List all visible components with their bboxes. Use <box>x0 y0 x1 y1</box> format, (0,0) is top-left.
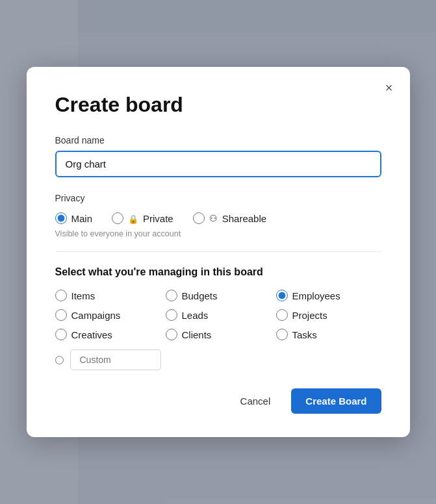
option-clients-label: Clients <box>182 329 212 340</box>
manage-radio-tasks[interactable] <box>276 329 288 340</box>
option-budgets[interactable]: Budgets <box>166 290 271 301</box>
privacy-main-label: Main <box>71 213 93 224</box>
option-budgets-label: Budgets <box>182 290 218 301</box>
manage-radio-projects[interactable] <box>276 309 288 321</box>
manage-radio-creatives[interactable] <box>55 329 67 340</box>
option-projects-label: Projects <box>292 310 327 321</box>
manage-radio-budgets[interactable] <box>166 290 177 301</box>
manage-section-title: Select what you're managing in this boar… <box>55 266 381 278</box>
privacy-radio-main[interactable] <box>55 212 67 224</box>
option-leads[interactable]: Leads <box>166 309 271 321</box>
privacy-hint: Visible to everyone in your account <box>55 229 381 238</box>
privacy-label: Privacy <box>55 193 381 203</box>
option-items[interactable]: Items <box>55 290 160 301</box>
privacy-options: Main Private ⚇ Shareable <box>55 212 381 224</box>
manage-radio-employees[interactable] <box>276 290 288 301</box>
manage-radio-custom[interactable] <box>55 356 64 364</box>
share-icon: ⚇ <box>209 213 218 223</box>
cancel-button[interactable]: Cancel <box>230 389 281 413</box>
option-tasks-label: Tasks <box>292 329 317 340</box>
board-name-label: Board name <box>55 135 381 145</box>
option-campaigns-label: Campaigns <box>71 310 121 321</box>
manage-radio-items[interactable] <box>55 290 67 301</box>
close-button[interactable]: × <box>381 79 397 97</box>
create-board-button[interactable]: Create Board <box>291 388 381 414</box>
modal-footer: Cancel Create Board <box>55 388 381 414</box>
privacy-private-label: Private <box>143 213 173 224</box>
option-clients[interactable]: Clients <box>166 329 271 340</box>
privacy-option-main[interactable]: Main <box>55 212 93 224</box>
option-items-label: Items <box>71 290 96 301</box>
create-board-modal: × Create board Board name Privacy Main P… <box>27 67 410 437</box>
option-tasks[interactable]: Tasks <box>276 329 381 340</box>
option-employees-label: Employees <box>292 290 340 301</box>
option-leads-label: Leads <box>182 310 209 321</box>
option-employees[interactable]: Employees <box>276 290 381 301</box>
manage-radio-leads[interactable] <box>166 309 177 321</box>
modal-title: Create board <box>55 93 381 117</box>
option-projects[interactable]: Projects <box>276 309 381 321</box>
section-divider <box>55 251 381 252</box>
custom-row <box>55 349 381 370</box>
option-creatives[interactable]: Creatives <box>55 329 160 340</box>
privacy-radio-shareable[interactable] <box>193 212 205 224</box>
manage-radio-campaigns[interactable] <box>55 309 67 321</box>
option-creatives-label: Creatives <box>71 329 112 340</box>
board-name-input[interactable] <box>55 151 381 177</box>
privacy-option-shareable[interactable]: ⚇ Shareable <box>193 212 266 224</box>
manage-radio-clients[interactable] <box>166 329 177 340</box>
custom-input[interactable] <box>70 349 161 370</box>
privacy-shareable-label: Shareable <box>222 213 266 224</box>
privacy-radio-private[interactable] <box>112 212 123 224</box>
privacy-option-private[interactable]: Private <box>112 212 173 224</box>
lock-icon <box>128 213 138 224</box>
option-campaigns[interactable]: Campaigns <box>55 309 160 321</box>
manage-options-grid: Items Budgets Employees Campaigns Leads … <box>55 290 381 340</box>
